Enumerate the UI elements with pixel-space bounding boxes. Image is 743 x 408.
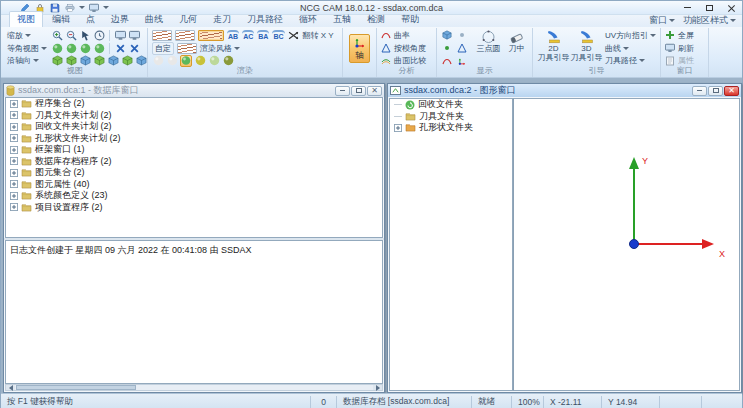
tab-passes[interactable]: 走刀 <box>206 12 238 27</box>
zoom-selected-button[interactable] <box>128 42 140 54</box>
render-style-dropdown[interactable]: 渲染风格 <box>200 42 240 55</box>
iso-view-4-button[interactable] <box>93 42 105 54</box>
tree-item[interactable]: 孔形状文件夹 <box>390 122 512 134</box>
close-button[interactable] <box>720 1 742 15</box>
iso-view-2-button[interactable] <box>65 42 77 54</box>
tab-point[interactable]: 点 <box>79 12 102 27</box>
child-minimize-button[interactable] <box>692 86 707 96</box>
sphere-icon <box>52 43 63 54</box>
display-points-button[interactable] <box>441 42 453 54</box>
refresh-button[interactable]: 刷新 <box>665 42 694 55</box>
view-window-button[interactable] <box>114 29 126 41</box>
previous-view-button[interactable] <box>93 29 105 41</box>
flip-xy-button[interactable]: 翻转 X Y <box>303 30 334 41</box>
display-edges-button[interactable] <box>456 42 468 54</box>
expand-icon[interactable] <box>10 192 18 200</box>
tree-item[interactable]: 项目设置程序 (2) <box>6 202 382 214</box>
select-view-button[interactable] <box>79 29 91 41</box>
background-preset-selected[interactable] <box>198 30 224 41</box>
child-restore-button[interactable] <box>351 86 366 96</box>
expand-icon[interactable] <box>10 157 18 165</box>
folder-icon <box>21 99 32 108</box>
background-preset-1[interactable] <box>152 30 172 41</box>
tab-edit[interactable]: 编辑 <box>45 12 77 27</box>
view-window-2-button[interactable] <box>128 29 140 41</box>
tool-center-button[interactable]: 刀中 <box>505 29 528 67</box>
status-empty-pane <box>660 396 702 408</box>
status-y-coordinate: Y 14.94 <box>602 396 660 408</box>
expand-icon[interactable] <box>10 123 18 131</box>
guide-3d-button[interactable]: 3D 刀具引导 <box>570 29 603 67</box>
expand-icon[interactable] <box>10 134 18 142</box>
view-pair-ba-button[interactable]: BA <box>257 30 269 41</box>
zoom-in-button[interactable] <box>51 29 63 41</box>
scroll-thumb[interactable] <box>16 385 136 390</box>
graphics-viewport[interactable]: Y X <box>513 98 740 391</box>
minimize-button[interactable] <box>676 1 698 15</box>
window-controls <box>676 1 742 15</box>
axis-toggle-button[interactable]: 轴 <box>349 34 370 63</box>
zoom-dropdown[interactable]: 缩放 <box>7 29 47 42</box>
expand-icon[interactable] <box>394 124 402 132</box>
background-preset-2[interactable] <box>175 30 195 41</box>
display-shade-button[interactable] <box>441 29 453 41</box>
display-normals-button[interactable] <box>456 29 468 41</box>
child-minimize-button[interactable] <box>335 86 350 96</box>
tab-cycle[interactable]: 循环 <box>292 12 324 27</box>
tab-boundary[interactable]: 边界 <box>104 12 136 27</box>
child-close-button[interactable]: ✕ <box>367 86 382 96</box>
folder-icon <box>21 168 32 177</box>
horizontal-scrollbar[interactable] <box>5 384 383 391</box>
window-menu[interactable]: 窗口 <box>649 14 675 27</box>
iso-view-dropdown[interactable]: 等角视图 <box>7 42 47 55</box>
zoom-out-button[interactable] <box>65 29 77 41</box>
view-pair-ac-button[interactable]: AC <box>242 30 254 41</box>
guide-2d-button[interactable]: 2D 刀具引导 <box>537 29 570 67</box>
expand-icon[interactable] <box>10 169 18 177</box>
tab-inspect[interactable]: 检测 <box>360 12 392 27</box>
tab-toolpath[interactable]: 刀具路径 <box>240 12 290 27</box>
curvature-icon <box>381 30 391 40</box>
graphics-window-titlebar[interactable]: ssdax.com.dca:2 - 图形窗口 ✕ <box>388 84 741 97</box>
view-pair-bc-button[interactable]: BC <box>272 30 284 41</box>
tab-curve[interactable]: 曲线 <box>138 12 170 27</box>
tab-geometry[interactable]: 几何 <box>172 12 204 27</box>
qat-dropdown-icon[interactable] <box>79 6 85 9</box>
expand-icon[interactable] <box>10 180 18 188</box>
tab-fiveaxis[interactable]: 五轴 <box>326 12 358 27</box>
draft-angle-button[interactable]: 按模角度 <box>381 42 426 55</box>
curve-guide-dropdown[interactable]: 曲线 <box>605 42 656 55</box>
qat-overflow-icon[interactable] <box>103 6 109 9</box>
swap-views-button[interactable] <box>288 29 300 41</box>
expand-icon[interactable] <box>10 100 18 108</box>
fullscreen-button[interactable]: 全屏 <box>665 29 694 42</box>
expand-icon[interactable] <box>10 111 18 119</box>
tab-view[interactable]: 视图 <box>9 11 43 27</box>
three-point-circle-button[interactable]: 三点圆 <box>472 29 505 67</box>
iso-view-1-button[interactable] <box>51 42 63 54</box>
expand-icon[interactable] <box>10 146 18 154</box>
background-preset-3[interactable] <box>177 43 197 54</box>
close-icon: ✕ <box>371 87 378 95</box>
log-pane[interactable]: 日志文件创建于 星期四 09 六月 2022 在 00:41:08 由 SSDA… <box>5 240 383 384</box>
tab-help[interactable]: 帮助 <box>394 12 426 27</box>
uv-guide-dropdown[interactable]: UV方向指引 <box>605 29 656 42</box>
child-restore-button[interactable] <box>708 86 723 96</box>
view-pair-ab-button[interactable]: AB <box>227 30 239 41</box>
scroll-left-button[interactable] <box>6 385 15 390</box>
scroll-right-button[interactable] <box>373 385 382 390</box>
ribbon-style-menu[interactable]: 功能区样式 <box>683 14 736 27</box>
iso-view-3-button[interactable] <box>79 42 91 54</box>
x-icon <box>115 43 126 54</box>
maximize-button[interactable] <box>698 1 720 15</box>
curvature-button[interactable]: 曲率 <box>381 29 426 42</box>
ribbon-group-analysis: 曲率 按模角度 曲面比较 分析 <box>377 28 437 77</box>
custom-button[interactable]: 自定 <box>152 42 174 55</box>
folder-icon <box>21 134 32 143</box>
y-axis-label: Y <box>642 156 648 166</box>
child-close-button[interactable]: ✕ <box>724 86 739 96</box>
expand-icon[interactable] <box>10 203 18 211</box>
zoom-extents-button[interactable] <box>114 42 126 54</box>
y-axis-arrow <box>629 157 639 169</box>
database-window-titlebar[interactable]: ssdax.com.dca:1 - 数据库窗口 ✕ <box>4 84 384 97</box>
